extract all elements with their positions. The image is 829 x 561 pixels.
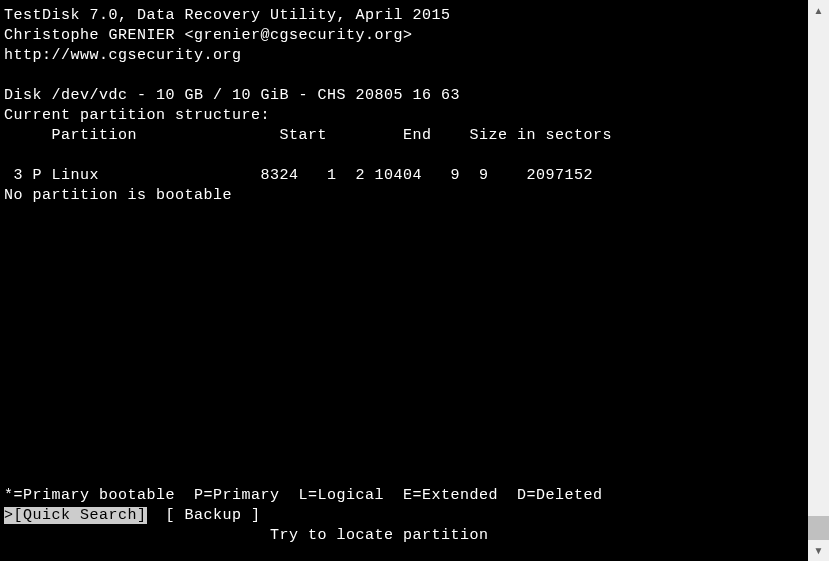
- url-line: http://www.cgsecurity.org: [4, 47, 242, 64]
- chevron-down-icon: ▼: [814, 545, 824, 556]
- author-line: Christophe GRENIER <grenier@cgsecurity.o…: [4, 27, 413, 44]
- partition-row: 3 P Linux 8324 1 2 10404 9 9 2097152: [4, 167, 593, 184]
- menu-prefix: >: [4, 507, 14, 524]
- chevron-up-icon: ▲: [814, 5, 824, 16]
- structure-label: Current partition structure:: [4, 107, 270, 124]
- backup-menu-item[interactable]: [ Backup ]: [147, 507, 261, 524]
- quick-search-menu-item[interactable]: [Quick Search]: [14, 507, 147, 524]
- hint-line: Try to locate partition: [4, 527, 489, 544]
- terminal-output: TestDisk 7.0, Data Recovery Utility, Apr…: [0, 0, 808, 561]
- app-title: TestDisk 7.0, Data Recovery Utility, Apr…: [4, 7, 451, 24]
- bootable-warning: No partition is bootable: [4, 187, 232, 204]
- disk-info: Disk /dev/vdc - 10 GB / 10 GiB - CHS 208…: [4, 87, 460, 104]
- legend-line: *=Primary bootable P=Primary L=Logical E…: [4, 487, 603, 504]
- scrollbar-thumb[interactable]: [808, 516, 829, 540]
- scrollbar-down-button[interactable]: ▼: [808, 540, 829, 561]
- columns-header: Partition Start End Size in sectors: [4, 127, 612, 144]
- scrollbar-track[interactable]: ▲ ▼: [808, 0, 829, 561]
- scrollbar-up-button[interactable]: ▲: [808, 0, 829, 21]
